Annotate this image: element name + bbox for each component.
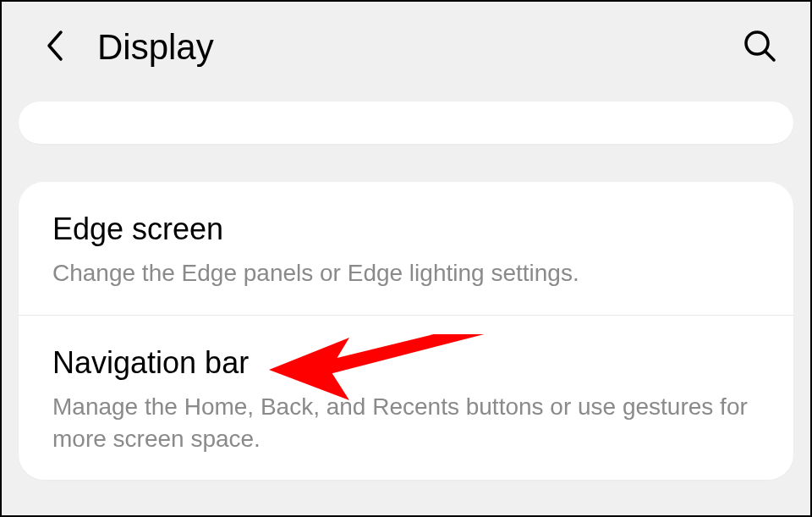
item-title: Navigation bar xyxy=(52,345,760,381)
settings-card: Edge screen Change the Edge panels or Ed… xyxy=(19,182,793,480)
page-title: Display xyxy=(97,27,214,68)
card-placeholder xyxy=(19,102,793,144)
search-button[interactable] xyxy=(743,29,776,66)
item-title: Edge screen xyxy=(52,212,760,247)
svg-line-1 xyxy=(765,52,774,60)
list-item-edge-screen[interactable]: Edge screen Change the Edge panels or Ed… xyxy=(19,182,793,316)
item-description: Manage the Home, Back, and Recents butto… xyxy=(52,391,760,455)
back-button[interactable] xyxy=(44,29,68,66)
search-icon xyxy=(743,29,776,66)
item-description: Change the Edge panels or Edge lighting … xyxy=(52,257,760,289)
chevron-left-icon xyxy=(44,29,68,66)
list-item-navigation-bar[interactable]: Navigation bar Manage the Home, Back, an… xyxy=(19,316,793,481)
